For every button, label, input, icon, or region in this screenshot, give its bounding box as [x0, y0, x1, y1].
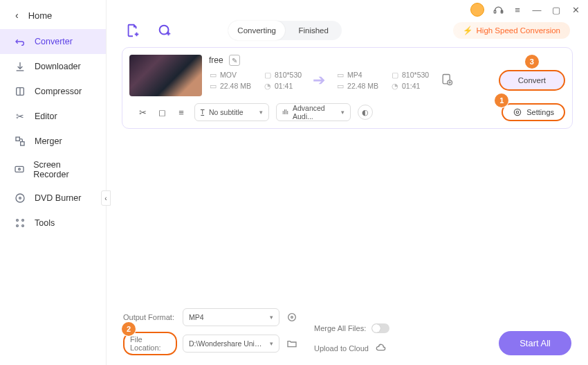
- audio-value: Advanced Audi...: [293, 104, 337, 121]
- close-icon[interactable]: ✕: [570, 4, 581, 15]
- tab-converting[interactable]: Converting: [228, 21, 285, 40]
- sidebar: ‹ Home Converter Downloader Compressor ✂…: [0, 0, 107, 365]
- add-file-button[interactable]: [125, 22, 141, 39]
- convert-button[interactable]: Convert: [499, 70, 565, 91]
- settings-button[interactable]: Settings: [502, 103, 565, 121]
- resolution-icon: ▢: [391, 71, 399, 79]
- file-name: free: [209, 55, 223, 65]
- merger-icon: [14, 135, 26, 148]
- svg-point-8: [22, 220, 24, 222]
- svg-rect-3: [15, 166, 24, 172]
- upload-cloud-label: Upload to Cloud: [314, 344, 369, 353]
- lightning-icon: ⚡: [463, 26, 472, 35]
- merge-label: Merge All Files:: [314, 324, 366, 332]
- subtitle-dropdown[interactable]: T̲ No subtitle ▾: [194, 103, 269, 121]
- format-preset-icon[interactable]: [440, 73, 455, 88]
- high-speed-conversion[interactable]: ⚡ High Speed Conversion: [453, 22, 570, 39]
- screen-recorder-icon: [14, 163, 25, 176]
- tabs: Converting Finished: [228, 21, 342, 40]
- edit-name-icon[interactable]: ✎: [229, 55, 240, 66]
- chevron-down-icon: ▾: [341, 109, 344, 116]
- meta-resolution: 810*530: [275, 71, 302, 79]
- meta-resolution: 810*530: [402, 71, 429, 79]
- svg-point-13: [160, 26, 169, 35]
- watermark-icon[interactable]: ◐: [358, 105, 373, 120]
- sidebar-item-compressor[interactable]: Compressor: [0, 79, 106, 104]
- source-meta: ▭MOV ▢810*530 ▭22.48 MB ◔01:41: [209, 71, 302, 90]
- video-icon: ▭: [209, 71, 217, 79]
- sidebar-item-dvd-burner[interactable]: DVD Burner: [0, 186, 106, 211]
- merge-toggle[interactable]: [371, 323, 389, 333]
- meta-duration: 01:41: [402, 82, 420, 90]
- callout-badge-3: 3: [525, 55, 539, 69]
- svg-point-5: [16, 194, 24, 202]
- start-all-label: Start All: [520, 338, 551, 348]
- target-icon: [513, 107, 522, 117]
- converter-icon: [14, 35, 26, 48]
- grid-icon: [14, 217, 26, 229]
- footer: Output Format: MP4 ▾ 2 File Location: D:…: [107, 301, 588, 365]
- sidebar-item-label: Converter: [35, 37, 73, 46]
- meta-duration: 01:41: [275, 82, 293, 90]
- audio-dropdown[interactable]: ıllı Advanced Audi... ▾: [276, 103, 351, 121]
- chevron-down-icon: ▾: [270, 314, 273, 321]
- sidebar-item-label: Editor: [35, 112, 57, 121]
- chevron-down-icon: ▾: [259, 109, 263, 116]
- tab-label: Finished: [298, 26, 328, 35]
- minimize-icon[interactable]: —: [531, 4, 542, 15]
- effects-icon[interactable]: ≡: [175, 106, 187, 118]
- hsc-label: High Speed Conversion: [477, 26, 560, 35]
- file-card: free ✎ ▭MOV ▢810*530 ▭22.48 MB ◔01:41 ➔: [122, 47, 573, 129]
- sidebar-item-label: Downloader: [35, 62, 81, 71]
- sidebar-item-converter[interactable]: Converter: [0, 29, 106, 54]
- svg-point-18: [288, 314, 296, 321]
- sidebar-item-label: Merger: [35, 136, 62, 146]
- crop-icon[interactable]: ◻: [156, 106, 168, 118]
- sidebar-item-downloader[interactable]: Downloader: [0, 54, 106, 79]
- sidebar-item-label: Screen Recorder: [33, 160, 92, 179]
- menu-icon[interactable]: ≡: [512, 4, 523, 15]
- svg-point-9: [17, 225, 19, 227]
- callout-badge-2: 2: [122, 322, 136, 336]
- start-all-button[interactable]: Start All: [499, 331, 571, 355]
- avatar[interactable]: [470, 3, 484, 17]
- clock-icon: ◔: [391, 82, 399, 90]
- sidebar-item-merger[interactable]: Merger: [0, 129, 106, 154]
- headset-icon[interactable]: [493, 4, 504, 15]
- format-settings-icon[interactable]: [285, 310, 299, 324]
- svg-point-16: [515, 109, 521, 115]
- output-format-dropdown[interactable]: MP4 ▾: [183, 308, 279, 326]
- sidebar-item-editor[interactable]: ✂ Editor: [0, 104, 106, 129]
- size-icon: ▭: [336, 82, 344, 90]
- top-row: Converting Finished ⚡ High Speed Convers…: [107, 17, 588, 40]
- file-location-value: D:\Wondershare UniConverter 1: [189, 339, 265, 348]
- svg-point-10: [22, 225, 24, 227]
- output-format-value: MP4: [189, 313, 204, 321]
- home-label: Home: [28, 10, 53, 21]
- tab-finished[interactable]: Finished: [285, 21, 342, 40]
- video-thumbnail[interactable]: [129, 55, 202, 96]
- content-area: free ✎ ▭MOV ▢810*530 ▭22.48 MB ◔01:41 ➔: [107, 40, 588, 301]
- sidebar-item-label: Compressor: [35, 87, 82, 96]
- settings-label: Settings: [526, 108, 554, 116]
- disc-icon: [14, 192, 26, 204]
- target-meta: ▭MP4 ▢810*530 ▭22.48 MB ◔01:41: [336, 71, 429, 90]
- clock-icon: ◔: [264, 82, 272, 90]
- titlebar: ≡ — ▢ ✕: [107, 0, 588, 17]
- nav-home[interactable]: ‹ Home: [0, 1, 106, 29]
- cloud-icon[interactable]: [374, 341, 388, 355]
- sidebar-item-screen-recorder[interactable]: Screen Recorder: [0, 154, 106, 186]
- open-folder-icon[interactable]: [285, 337, 299, 350]
- add-url-button[interactable]: [156, 22, 173, 39]
- tab-label: Converting: [237, 26, 276, 35]
- meta-size: 22.48 MB: [220, 82, 251, 90]
- resolution-icon: ▢: [264, 71, 272, 79]
- scissors-icon: ✂: [14, 110, 26, 123]
- trim-icon[interactable]: ✂: [136, 106, 149, 118]
- maximize-icon[interactable]: ▢: [551, 4, 562, 15]
- file-location-dropdown[interactable]: D:\Wondershare UniConverter 1 ▾: [183, 335, 279, 353]
- subtitle-icon: T̲: [201, 109, 205, 116]
- sidebar-item-tools[interactable]: Tools: [0, 211, 106, 235]
- sidebar-item-label: Tools: [35, 218, 55, 228]
- svg-point-6: [19, 197, 21, 199]
